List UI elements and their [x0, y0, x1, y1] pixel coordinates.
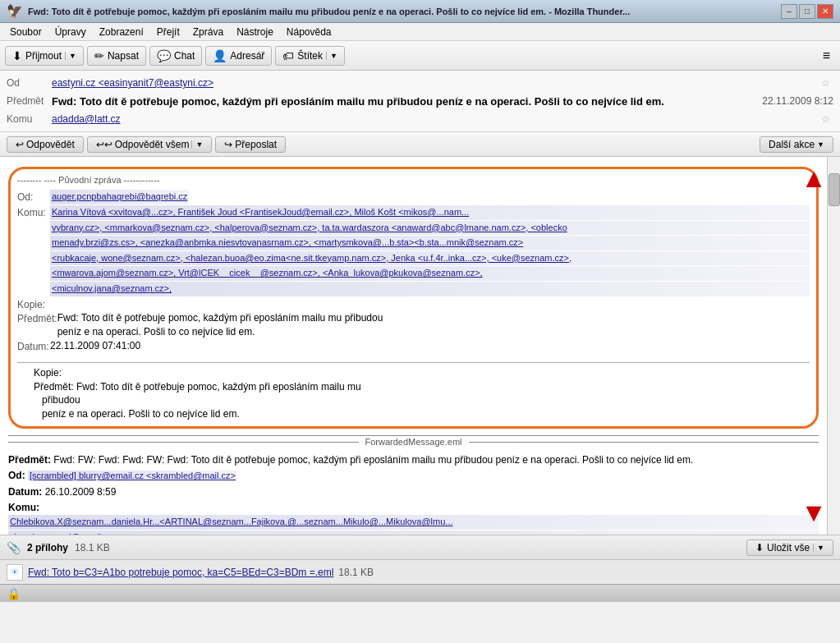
status-icon: 🔒: [7, 587, 21, 600]
attachment-file-size: 18.1 KB: [338, 567, 374, 578]
fw-predmet-label: Předmět:: [8, 454, 53, 466]
subject-value: Fwd: Toto dít ě potřebuje pomoc, každým …: [52, 95, 762, 108]
timestamp: 22.11.2009 8:12: [762, 95, 833, 107]
close-button[interactable]: ✕: [817, 4, 833, 19]
forwarded-divider-text: ForwardedMessage.eml: [359, 436, 469, 448]
save-all-icon: ⬇: [755, 542, 764, 553]
email-body[interactable]: -------- ---- Původní zpráva -----------…: [0, 157, 827, 535]
fw-predmet-row: Předmět: Fwd: FW: Fwd: Fwd: FW: Fwd: Tot…: [8, 453, 819, 467]
thunderbird-icon: 🦅: [7, 3, 23, 19]
menu-bar: Soubor Úpravy Zobrazení Přejít Zpráva Ná…: [0, 23, 840, 41]
menu-zobrazeni[interactable]: Zobrazení: [93, 25, 150, 39]
fw-od-label: Od:: [8, 470, 28, 481]
tag-icon: 🏷: [282, 49, 294, 62]
to-star-icon[interactable]: ☆: [821, 113, 830, 125]
chat-button[interactable]: 💬 Chat: [149, 46, 202, 66]
inner-kopie-label: Kopie:: [34, 367, 62, 379]
star-icon[interactable]: ☆: [821, 77, 830, 89]
toolbar-overflow-button[interactable]: ≡: [818, 47, 835, 65]
receive-button[interactable]: ⬇ Přijmout ▼: [5, 46, 84, 66]
subject-label: Předmět: [7, 95, 52, 107]
from-label: Od: [7, 77, 52, 89]
scroll-up-arrow[interactable]: ▲: [801, 163, 827, 194]
window-title: Fwd: Toto dít ě potřebuje pomoc, každým …: [28, 7, 781, 16]
subject-row: Předmět Fwd: Toto dít ě potřebuje pomoc,…: [7, 92, 833, 110]
orig-kopie-row: Kopie:: [17, 297, 810, 312]
attachment-file-name[interactable]: Fwd: Toto b=C3=A1bo potrebuje pomoc, ka=…: [28, 567, 333, 578]
attachment-size: 18.1 KB: [75, 542, 110, 553]
reply-all-dropdown[interactable]: ▼: [191, 140, 203, 149]
orig-komu-label: Komu:: [17, 206, 50, 220]
reply-button[interactable]: ↩ Odpovědět: [7, 136, 84, 153]
orig-kopie-label: Kopie:: [17, 298, 50, 312]
to-label: Komu: [7, 113, 52, 125]
from-value[interactable]: eastyni.cz <easinyanit7@eastyni.cz>: [52, 77, 818, 89]
orig-from-value[interactable]: auger.pcnpbahaqrebi@baqrebi.cz: [50, 190, 189, 205]
orig-predmet-value: Fwd: Toto dít ě potřebuje pomoc, každým …: [57, 311, 383, 339]
attachment-bar: 📎 2 přílohy 18.1 KB ⬇ Uložit vše ▼: [0, 535, 840, 559]
more-dropdown-arrow[interactable]: ▼: [817, 140, 824, 149]
more-actions-button[interactable]: Další akce ▼: [760, 136, 833, 153]
from-row: Od eastyni.cz <easinyanit7@eastyni.cz> ☆: [7, 74, 833, 92]
minimize-button[interactable]: –: [781, 4, 797, 19]
menu-nastroje[interactable]: Nástroje: [230, 25, 280, 39]
highlighted-section: -------- ---- Původní zpráva -----------…: [8, 167, 819, 429]
orig-komu-row: Komu: Karina Vítová <xvitova@...cz>, Fra…: [17, 205, 810, 297]
forward-icon: ↪: [224, 139, 232, 150]
email-header: Od eastyni.cz <easinyanit7@eastyni.cz> ☆…: [0, 71, 840, 132]
fw-datum-label: Datum:: [8, 486, 45, 498]
address-button[interactable]: 👤 Adresář: [205, 46, 272, 66]
orig-from-label: Od:: [17, 191, 50, 204]
inner-predmet-row: Předmět: Fwd: Toto dít ě potřebuje pomoc…: [34, 380, 810, 421]
address-icon: 👤: [213, 49, 227, 62]
to-row: Komu adadda@latt.cz ☆: [7, 110, 833, 128]
action-buttons-bar: ↩ Odpovědět ↩↩ Odpovědět všem ▼ ↪ Přepos…: [0, 132, 840, 157]
fw-komu-row: Komu: Chlebikova.X@seznam...daniela.Hr..…: [8, 501, 819, 535]
inner-block: Kopie: Předmět: Fwd: Toto dít ě potřebuj…: [17, 366, 810, 421]
orig-predmet-row: Předmět: Fwd: Toto dít ě potřebuje pomoc…: [17, 311, 810, 339]
menu-soubor[interactable]: Soubor: [3, 25, 48, 39]
orig-predmet-label: Předmět:: [17, 312, 57, 326]
file-icon: 📧: [7, 564, 23, 581]
fw-datum-row: Datum: 26.10.2009 8:59: [8, 485, 819, 499]
to-value[interactable]: adadda@latt.cz: [52, 113, 818, 125]
menu-upravy[interactable]: Úpravy: [48, 25, 93, 39]
orig-komu-value: Karina Vítová <xvitova@...cz>, František…: [50, 205, 810, 297]
reply-icon: ↩: [16, 139, 24, 150]
menu-prejit[interactable]: Přejít: [150, 25, 186, 39]
inner-predmet-cont2: peníz e na operaci. Pošli to co nejvíce …: [34, 408, 240, 420]
receive-icon: ⬇: [12, 49, 22, 62]
forward-button[interactable]: ↪ Přeposlat: [215, 136, 286, 153]
original-divider: -------- ---- Původní zpráva -----------…: [17, 174, 810, 186]
scrollbar-thumb[interactable]: [829, 173, 840, 206]
menu-napoveda[interactable]: Nápověda: [280, 25, 338, 39]
chat-icon: 💬: [157, 49, 171, 62]
menu-zprava[interactable]: Zpráva: [186, 25, 230, 39]
receive-dropdown-arrow[interactable]: ▼: [65, 52, 76, 60]
forwarded-divider: ForwardedMessage.eml: [8, 435, 819, 448]
scroll-down-arrow[interactable]: ▼: [801, 498, 827, 528]
attachment-count: 2 přílohy: [27, 542, 68, 553]
orig-datum-row: Datum: 22.11.2009 07:41:00: [17, 339, 810, 354]
save-all-button[interactable]: ⬇ Uložit vše ▼: [746, 540, 833, 556]
reply-all-icon: ↩↩: [96, 139, 112, 150]
window-controls: – □ ✕: [781, 4, 833, 19]
orig-datum-value: 22.11.2009 07:41:00: [50, 339, 140, 353]
orig-datum-label: Datum:: [17, 340, 50, 354]
email-body-container: -------- ---- Původní zpráva -----------…: [0, 157, 840, 535]
reply-all-button[interactable]: ↩↩ Odpovědět všem ▼: [87, 136, 213, 153]
write-button[interactable]: ✏ Napsat: [87, 46, 146, 66]
fw-od-row: Od: [scrambled] blurry@email.cz <skrambl…: [8, 469, 819, 484]
tag-button[interactable]: 🏷 Štítek ▼: [275, 46, 345, 66]
maximize-button[interactable]: □: [799, 4, 815, 19]
email-scrollbar[interactable]: [827, 157, 840, 535]
write-icon: ✏: [94, 49, 104, 62]
inner-predmet-label: Předmět: Fwd: Toto dít ě potřebuje pomoc…: [34, 381, 361, 393]
fw-od-value: [scrambled] blurry@email.cz <skrambled@m…: [28, 471, 237, 480]
tag-dropdown-arrow[interactable]: ▼: [326, 52, 337, 60]
inner-kopie-row: Kopie:: [34, 366, 810, 380]
forwarded-section: Předmět: Fwd: FW: Fwd: Fwd: FW: Fwd: Tot…: [8, 453, 819, 535]
fw-datum-value: 26.10.2009 8:59: [45, 486, 117, 498]
fw-predmet-value: Fwd: FW: Fwd: Fwd: FW: Fwd: Toto dít ě p…: [53, 454, 693, 466]
save-all-dropdown[interactable]: ▼: [813, 544, 824, 552]
